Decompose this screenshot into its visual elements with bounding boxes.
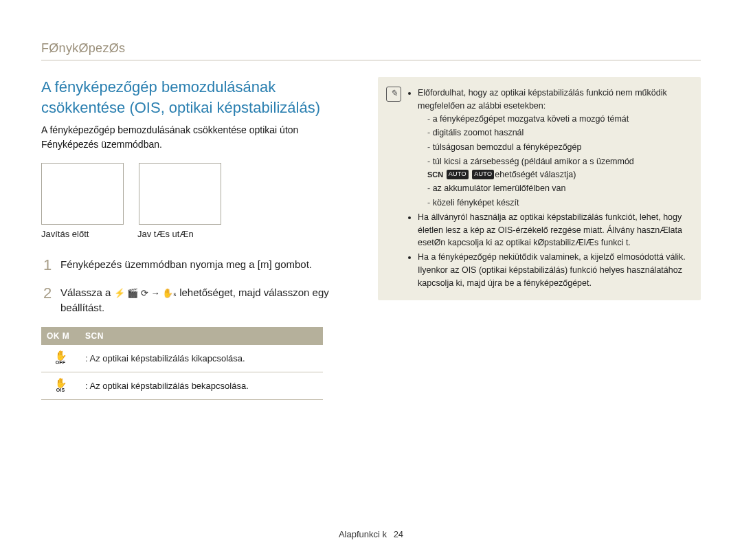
table-head-1: OK M: [41, 327, 80, 345]
note-sub-1: a fényképezőgépet mozgatva követi a mozg…: [427, 113, 690, 126]
note-box: ✎ Előfordulhat, hogy az optikai képstabi…: [378, 77, 701, 300]
step-2-text-pre: Válassza a: [60, 287, 114, 298]
right-column: ✎ Előfordulhat, hogy az optikai képstabi…: [378, 77, 701, 400]
ois-on-icon: ✋OIS: [54, 378, 67, 392]
table-head-2: SCN: [80, 327, 323, 345]
note-sub-5: az akkumulátor lemerülőfélben van: [427, 182, 690, 195]
table-row-2-text: : Az optikai képstabilizálás bekapcsolás…: [80, 372, 323, 399]
mode-tag-icon: AUTO: [472, 170, 494, 179]
example-image-after: [139, 163, 221, 225]
note-bullet-1: Előfordulhat, hogy az optikai képstabili…: [418, 87, 690, 210]
table-row: ✋OIS : Az optikai képstabilizálás bekapc…: [41, 372, 323, 399]
page-footer: Alapfunkci k 24: [0, 529, 742, 539]
note-bullet-3: Ha a fényképezőgép nekiütődik valaminek,…: [418, 251, 690, 289]
ois-off-icon: ✋OFF: [54, 350, 67, 365]
icon-sequence: ⚡ 🎬 ⟳ → ✋ₛ: [114, 287, 177, 300]
section-heading: A fényképezőgép bemozdulásának csökkenté…: [41, 77, 357, 117]
breadcrumb: FØnykØpezØs: [41, 41, 701, 60]
caption-after: Jav tÆs utÆn: [137, 229, 218, 239]
step-number-1: 1: [41, 257, 54, 273]
scn-label: SCN: [427, 170, 443, 179]
left-column: A fényképezőgép bemozdulásának csökkenté…: [41, 77, 357, 400]
note-sub-3: túlságosan bemozdul a fényképezőgép: [427, 141, 690, 154]
note-sub-2: digitális zoomot használ: [427, 126, 690, 139]
note-icon: ✎: [386, 87, 401, 102]
table-row-1-text: : Az optikai képstabilizálás kikapcsolás…: [80, 345, 323, 372]
caption-before: Javítás előtt: [41, 229, 122, 239]
step-number-2: 2: [41, 285, 54, 316]
step-1-text-pre: Fényképezés üzemmódban nyomja meg a [m: [60, 258, 269, 270]
note-sub-6: közeli fényképet készít: [427, 197, 690, 210]
note-bullet-2: Ha állványról használja az optikai képst…: [418, 211, 690, 249]
options-table: OK M SCN ✋OFF : Az optikai képstabilizál…: [41, 327, 323, 400]
step-1: 1 Fényképezés üzemmódban nyomja meg a [m…: [41, 257, 357, 273]
intro-text: A fényképezőgép bemozdulásának csökkenté…: [41, 123, 357, 152]
note-sub-4: túl kicsi a zársebesség (például amikor …: [427, 155, 690, 181]
step-1-text-post: ] gombot.: [269, 258, 312, 270]
mode-tag-icon: AUTO: [447, 170, 469, 179]
example-image-before: [41, 163, 124, 225]
step-2: 2 Válassza a ⚡ 🎬 ⟳ → ✋ₛ lehetőséget, maj…: [41, 285, 357, 316]
footer-page-number: 24: [394, 529, 403, 539]
table-row: ✋OFF : Az optikai képstabilizálás kikapc…: [41, 345, 323, 372]
footer-section: Alapfunkci k: [339, 529, 387, 539]
